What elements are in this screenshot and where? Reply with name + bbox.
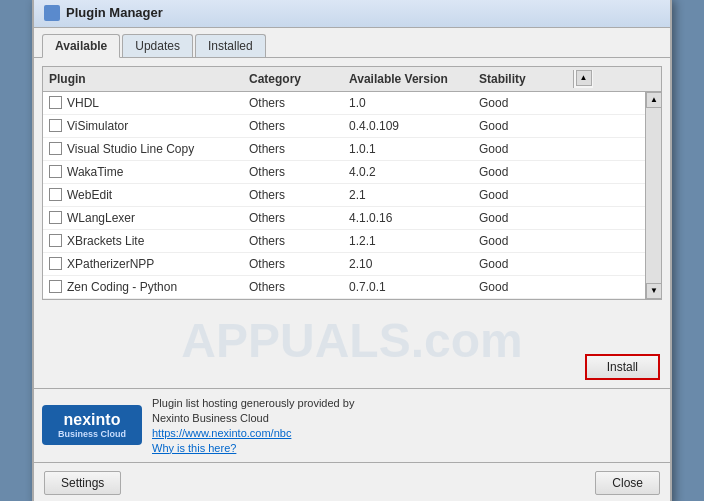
cell-stability-6: Good <box>473 232 573 250</box>
cell-version-4: 2.1 <box>343 186 473 204</box>
cell-stability-5: Good <box>473 209 573 227</box>
cell-version-3: 4.0.2 <box>343 163 473 181</box>
plugin-checkbox-5[interactable] <box>49 211 62 224</box>
cell-version-8: 0.7.0.1 <box>343 278 473 296</box>
table-row[interactable]: WakaTimeOthers4.0.2Good <box>43 161 645 184</box>
table-row[interactable]: ViSimulatorOthers0.4.0.109Good <box>43 115 645 138</box>
nexinto-logo: nexinto Business Cloud <box>42 405 142 445</box>
cell-stability-0: Good <box>473 94 573 112</box>
cell-category-1: Others <box>243 117 343 135</box>
settings-button[interactable]: Settings <box>44 471 121 495</box>
plugin-checkbox-8[interactable] <box>49 280 62 293</box>
cell-stability-7: Good <box>473 255 573 273</box>
middle-area: APPUALS.com Install <box>34 308 670 388</box>
company-name: Nexinto Business Cloud <box>152 412 662 424</box>
cell-plugin-1: ViSimulator <box>43 117 243 135</box>
cell-version-6: 1.2.1 <box>343 232 473 250</box>
plugin-checkbox-0[interactable] <box>49 96 62 109</box>
cell-stability-4: Good <box>473 186 573 204</box>
cell-plugin-8: Zen Coding - Python <box>43 278 243 296</box>
dialog-icon <box>44 5 60 21</box>
cell-category-3: Others <box>243 163 343 181</box>
title-bar: Plugin Manager <box>34 0 670 28</box>
plugin-manager-dialog: Plugin Manager Available Updates Install… <box>32 0 672 501</box>
cell-stability-2: Good <box>473 140 573 158</box>
dialog-title: Plugin Manager <box>66 5 163 20</box>
install-button[interactable]: Install <box>585 354 660 380</box>
watermark: APPUALS.com <box>181 312 522 367</box>
table-row[interactable]: Zen Coding - PythonOthers0.7.0.1Good <box>43 276 645 299</box>
plugin-checkbox-7[interactable] <box>49 257 62 270</box>
plugin-checkbox-3[interactable] <box>49 165 62 178</box>
plugin-checkbox-4[interactable] <box>49 188 62 201</box>
table-row[interactable]: Visual Studio Line CopyOthers1.0.1Good <box>43 138 645 161</box>
content-area: Plugin Category Available Version Stabil… <box>34 58 670 308</box>
why-link[interactable]: Why is this here? <box>152 442 662 454</box>
tab-updates[interactable]: Updates <box>122 34 193 57</box>
cell-version-0: 1.0 <box>343 94 473 112</box>
tab-available[interactable]: Available <box>42 34 120 58</box>
col-version: Available Version <box>343 70 473 88</box>
cell-stability-1: Good <box>473 117 573 135</box>
tab-bar: Available Updates Installed <box>34 28 670 58</box>
cell-plugin-3: WakaTime <box>43 163 243 181</box>
col-stability: Stability <box>473 70 573 88</box>
table-header: Plugin Category Available Version Stabil… <box>43 67 661 92</box>
cell-plugin-0: VHDL <box>43 94 243 112</box>
table-row[interactable]: WebEditOthers2.1Good <box>43 184 645 207</box>
cell-category-7: Others <box>243 255 343 273</box>
cell-plugin-5: WLangLexer <box>43 209 243 227</box>
plugin-checkbox-2[interactable] <box>49 142 62 155</box>
cell-version-1: 0.4.0.109 <box>343 117 473 135</box>
footer: nexinto Business Cloud Plugin list hosti… <box>34 388 670 462</box>
cell-category-5: Others <box>243 209 343 227</box>
bottom-bar: Settings Close <box>34 462 670 502</box>
cell-plugin-7: XPatherizerNPP <box>43 255 243 273</box>
cell-plugin-4: WebEdit <box>43 186 243 204</box>
close-button[interactable]: Close <box>595 471 660 495</box>
table-body: VHDLOthers1.0GoodViSimulatorOthers0.4.0.… <box>43 92 645 299</box>
scroll-track[interactable] <box>646 108 661 283</box>
tab-installed[interactable]: Installed <box>195 34 266 57</box>
scroll-down-btn[interactable]: ▼ <box>646 283 661 299</box>
cell-version-2: 1.0.1 <box>343 140 473 158</box>
plugin-checkbox-1[interactable] <box>49 119 62 132</box>
cell-plugin-2: Visual Studio Line Copy <box>43 140 243 158</box>
table-row[interactable]: XPatherizerNPPOthers2.10Good <box>43 253 645 276</box>
cell-stability-8: Good <box>473 278 573 296</box>
footer-text: Plugin list hosting generously provided … <box>152 397 662 454</box>
plugin-table: Plugin Category Available Version Stabil… <box>42 66 662 300</box>
cell-category-2: Others <box>243 140 343 158</box>
cell-category-6: Others <box>243 232 343 250</box>
cell-plugin-6: XBrackets Lite <box>43 232 243 250</box>
cell-category-4: Others <box>243 186 343 204</box>
table-row[interactable]: XBrackets LiteOthers1.2.1Good <box>43 230 645 253</box>
logo-sub-text: Business Cloud <box>52 429 132 439</box>
cell-version-5: 4.1.0.16 <box>343 209 473 227</box>
cell-category-8: Others <box>243 278 343 296</box>
nexinto-url[interactable]: https://www.nexinto.com/nbc <box>152 427 662 439</box>
hosting-text: Plugin list hosting generously provided … <box>152 397 662 409</box>
plugin-checkbox-6[interactable] <box>49 234 62 247</box>
cell-version-7: 2.10 <box>343 255 473 273</box>
table-row[interactable]: VHDLOthers1.0Good <box>43 92 645 115</box>
col-category: Category <box>243 70 343 88</box>
logo-main-text: nexinto <box>52 411 132 429</box>
scroll-up-btn[interactable]: ▲ <box>576 70 592 86</box>
table-row[interactable]: WLangLexerOthers4.1.0.16Good <box>43 207 645 230</box>
col-plugin: Plugin <box>43 70 243 88</box>
scroll-up-btn2[interactable]: ▲ <box>646 92 661 108</box>
cell-category-0: Others <box>243 94 343 112</box>
cell-stability-3: Good <box>473 163 573 181</box>
